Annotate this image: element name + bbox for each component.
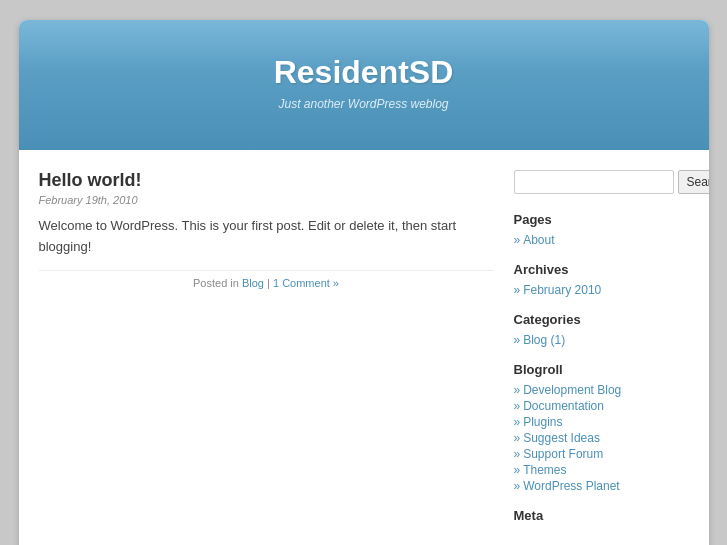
post-category-link[interactable]: Blog xyxy=(242,277,264,289)
category-blog-link[interactable]: Blog (1) xyxy=(523,333,565,347)
page-wrapper: ResidentSD Just another WordPress weblog… xyxy=(19,20,709,545)
post-body: Welcome to WordPress. This is your first… xyxy=(39,216,494,258)
search-button[interactable]: Search xyxy=(678,170,709,194)
search-input[interactable] xyxy=(514,170,674,194)
blogroll-wpplanet-link[interactable]: WordPress Planet xyxy=(523,479,620,493)
posted-in-label: Posted in xyxy=(193,277,239,289)
post-date: February 19th, 2010 xyxy=(39,194,494,206)
sidebar-blogroll-section: Blogroll Development Blog Documentation … xyxy=(514,362,689,494)
post-meta: Posted in Blog | 1 Comment » xyxy=(39,270,494,289)
sidebar-meta-heading: Meta xyxy=(514,508,689,523)
sidebar-item-wpplanet: WordPress Planet xyxy=(514,478,689,494)
sidebar-pages-section: Pages About xyxy=(514,212,689,248)
blogroll-devblog-link[interactable]: Development Blog xyxy=(523,383,621,397)
blogroll-themes-link[interactable]: Themes xyxy=(523,463,566,477)
blogroll-suggest-link[interactable]: Suggest Ideas xyxy=(523,431,600,445)
sidebar-archives-section: Archives February 2010 xyxy=(514,262,689,298)
pages-about-link[interactable]: About xyxy=(523,233,554,247)
sidebar-meta-section: Meta xyxy=(514,508,689,523)
sidebar-item-themes: Themes xyxy=(514,462,689,478)
sidebar-item-support: Support Forum xyxy=(514,446,689,462)
blog-post: Hello world! February 19th, 2010 Welcome… xyxy=(39,170,494,289)
blogroll-docs-link[interactable]: Documentation xyxy=(523,399,604,413)
sidebar-pages-heading: Pages xyxy=(514,212,689,227)
main-content: Hello world! February 19th, 2010 Welcome… xyxy=(39,170,494,537)
meta-separator: | xyxy=(264,277,273,289)
search-form: Search xyxy=(514,170,689,194)
sidebar-categories-heading: Categories xyxy=(514,312,689,327)
site-title: ResidentSD xyxy=(274,54,454,91)
sidebar-item-devblog: Development Blog xyxy=(514,382,689,398)
sidebar-archives-heading: Archives xyxy=(514,262,689,277)
sidebar-item-suggest: Suggest Ideas xyxy=(514,430,689,446)
content-wrapper: Hello world! February 19th, 2010 Welcome… xyxy=(19,150,709,545)
sidebar: Search Pages About Archives February 201… xyxy=(514,170,689,537)
sidebar-item-feb2010: February 2010 xyxy=(514,282,689,298)
sidebar-item-about: About xyxy=(514,232,689,248)
post-title: Hello world! xyxy=(39,170,494,191)
site-header: ResidentSD Just another WordPress weblog xyxy=(19,20,709,150)
sidebar-item-blog: Blog (1) xyxy=(514,332,689,348)
sidebar-item-documentation: Documentation xyxy=(514,398,689,414)
sidebar-blogroll-heading: Blogroll xyxy=(514,362,689,377)
blogroll-support-link[interactable]: Support Forum xyxy=(523,447,603,461)
site-tagline: Just another WordPress weblog xyxy=(278,97,448,111)
post-comments-link[interactable]: 1 Comment » xyxy=(273,277,339,289)
archives-feb2010-link[interactable]: February 2010 xyxy=(523,283,601,297)
blogroll-plugins-link[interactable]: Plugins xyxy=(523,415,562,429)
sidebar-categories-section: Categories Blog (1) xyxy=(514,312,689,348)
sidebar-item-plugins: Plugins xyxy=(514,414,689,430)
